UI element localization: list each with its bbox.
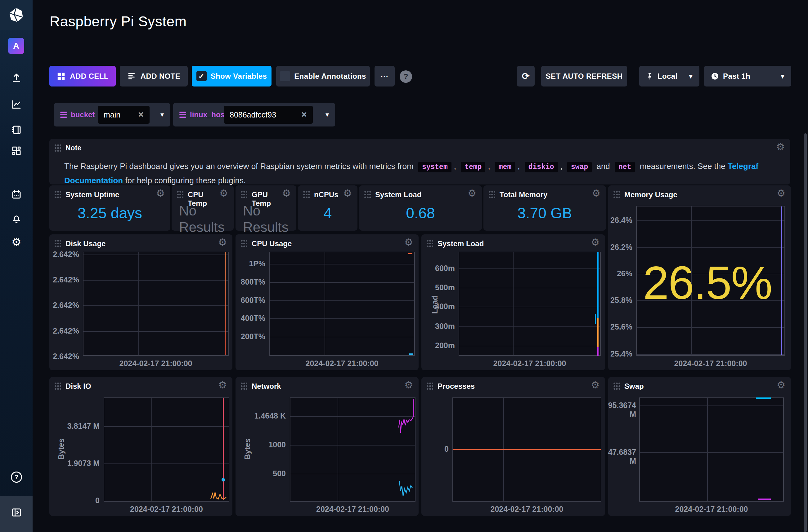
plot-area[interactable] xyxy=(459,252,601,356)
variable-bucket-value[interactable]: main ✕ xyxy=(98,106,150,124)
gear-icon[interactable]: ⚙ xyxy=(467,189,476,198)
variable-host-value[interactable]: 8086adfccf93 ✕ xyxy=(224,106,313,124)
help-icon[interactable]: ? xyxy=(11,471,22,483)
gear-icon[interactable]: ⚙ xyxy=(156,189,165,198)
drag-handle-icon[interactable] xyxy=(54,144,61,153)
note-text-3: for help configuring these plugins. xyxy=(123,176,246,185)
y-tick: 600m xyxy=(427,264,455,273)
data-explorer-icon[interactable] xyxy=(11,99,22,110)
y-tick: 500 xyxy=(252,469,286,478)
y-tick: 2.642% xyxy=(52,326,79,336)
cell-note: Note ⚙ The Raspberry Pi dashboard gives … xyxy=(49,139,790,185)
clear-icon[interactable]: ✕ xyxy=(301,110,307,119)
gear-icon[interactable]: ⚙ xyxy=(343,189,352,198)
drag-handle-icon[interactable] xyxy=(364,190,371,199)
drag-handle-icon[interactable] xyxy=(54,190,61,199)
page-title: Raspberry Pi System xyxy=(50,13,187,30)
gear-icon[interactable]: ⚙ xyxy=(219,189,228,198)
drag-handle-icon[interactable] xyxy=(489,190,495,199)
drag-handle-icon[interactable] xyxy=(54,382,61,391)
settings-gear-icon[interactable]: ⚙ xyxy=(11,236,22,248)
account-avatar[interactable]: A xyxy=(8,38,24,54)
gear-icon[interactable]: ⚙ xyxy=(404,380,413,390)
variable-bucket-dropdown[interactable]: ▾ xyxy=(161,103,164,127)
y-tick: 26% xyxy=(608,269,632,278)
gear-icon[interactable]: ⚙ xyxy=(218,238,227,247)
drag-handle-icon[interactable] xyxy=(240,239,247,248)
alerts-bell-icon[interactable] xyxy=(11,213,22,225)
expand-sidebar-icon[interactable] xyxy=(11,507,22,518)
show-variables-label: Show Variables xyxy=(211,72,267,81)
variable-host-label: linux_host xyxy=(190,110,227,119)
variable-host-dropdown[interactable]: ▾ xyxy=(326,103,329,127)
clear-icon[interactable]: ✕ xyxy=(138,110,144,119)
drag-handle-icon[interactable] xyxy=(54,239,61,248)
gear-icon[interactable]: ⚙ xyxy=(282,189,291,198)
cell-title: Disk IO xyxy=(66,382,91,391)
plot-area[interactable] xyxy=(453,397,601,501)
set-auto-refresh-button[interactable]: SET AUTO REFRESH xyxy=(541,66,627,87)
gear-icon[interactable]: ⚙ xyxy=(404,238,413,247)
more-options-button[interactable]: ··· xyxy=(374,66,395,87)
variable-drag-icon[interactable] xyxy=(179,110,186,119)
refresh-button[interactable]: ⟳ xyxy=(517,66,535,87)
y-tick: 26.2% xyxy=(608,243,632,252)
drag-handle-icon[interactable] xyxy=(426,239,433,248)
plot-area[interactable] xyxy=(639,397,784,501)
gear-icon[interactable]: ⚙ xyxy=(218,380,227,390)
drag-handle-icon[interactable] xyxy=(303,190,310,199)
y-tick: 3.8147 M xyxy=(66,422,99,431)
gear-icon[interactable]: ⚙ xyxy=(592,189,601,198)
upload-icon[interactable] xyxy=(11,72,22,84)
help-question-button[interactable]: ? xyxy=(400,70,412,83)
drag-handle-icon[interactable] xyxy=(426,382,433,391)
code-net: net xyxy=(615,162,635,172)
dashboards-icon[interactable] xyxy=(11,145,22,157)
cell-title: Processes xyxy=(438,382,475,391)
drag-handle-icon[interactable] xyxy=(177,190,183,199)
cell-title: System Uptime xyxy=(66,190,119,199)
gear-icon[interactable]: ⚙ xyxy=(777,189,785,198)
load1-trace-spike xyxy=(595,315,596,324)
drag-handle-icon[interactable] xyxy=(613,190,620,199)
y-tick: 26.4% xyxy=(608,216,632,225)
influxdb-logo-icon[interactable] xyxy=(8,7,24,23)
gear-icon[interactable]: ⚙ xyxy=(777,380,785,390)
drag-handle-icon[interactable] xyxy=(240,190,247,199)
y-tick: 25.6% xyxy=(608,322,632,331)
cell-title: Swap xyxy=(624,382,644,391)
add-note-button[interactable]: ADD NOTE xyxy=(120,66,188,87)
checkbox-checked-icon: ✓ xyxy=(197,71,207,81)
time-range-dropdown[interactable]: Past 1h ▾ xyxy=(704,66,791,87)
gear-icon[interactable]: ⚙ xyxy=(591,238,600,247)
plot-area[interactable] xyxy=(290,397,416,501)
cell-ncpus: nCPUs ⚙ 4 xyxy=(298,185,357,231)
checkbox-unchecked-icon xyxy=(280,71,290,81)
vertical-scrollbar[interactable] xyxy=(804,133,807,532)
drag-handle-icon[interactable] xyxy=(240,382,247,391)
x-axis-label: 2024-02-17 21:00:00 xyxy=(459,359,601,368)
code-mem: mem xyxy=(495,162,515,172)
tasks-calendar-icon[interactable] xyxy=(11,189,22,200)
processes-trace xyxy=(453,449,601,450)
plot-area[interactable] xyxy=(269,252,415,356)
note-sep: , xyxy=(561,162,565,171)
enable-annotations-toggle[interactable]: Enable Annotations xyxy=(276,66,370,87)
cell-system-load-chart: System Load ⚙ Load 600m 500m 400m 300m 2… xyxy=(421,234,605,370)
variable-bucket: bucket main ✕ ▾ xyxy=(54,103,170,127)
plot-area[interactable] xyxy=(83,252,229,356)
stat-value: 3.25 days xyxy=(49,205,170,222)
variable-drag-icon[interactable] xyxy=(60,110,67,119)
notebooks-icon[interactable] xyxy=(11,124,22,136)
drag-handle-icon[interactable] xyxy=(613,382,620,391)
gear-icon[interactable]: ⚙ xyxy=(776,142,785,152)
timezone-dropdown[interactable]: Local ▾ xyxy=(639,66,699,87)
add-cell-label: ADD CELL xyxy=(70,72,109,81)
y-axis-title: Bytes xyxy=(243,438,252,459)
show-variables-toggle[interactable]: ✓ Show Variables xyxy=(192,66,272,87)
add-cell-button[interactable]: ADD CELL xyxy=(49,66,116,87)
plot-area[interactable] xyxy=(104,397,229,501)
host-value-text: 8086adfccf93 xyxy=(229,110,276,119)
gear-icon[interactable]: ⚙ xyxy=(591,380,600,390)
note-sep: , xyxy=(518,162,522,171)
